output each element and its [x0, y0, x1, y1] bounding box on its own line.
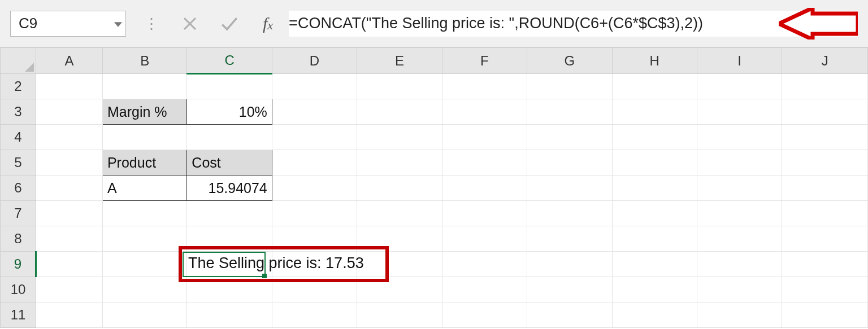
formula-input[interactable]: =CONCAT("The Selling price is: ",ROUND(C… [289, 11, 858, 37]
row-header-7[interactable]: 7 [1, 201, 36, 226]
enter-formula-icon[interactable] [220, 14, 239, 33]
cell-H8[interactable] [612, 226, 697, 252]
cell-F8[interactable] [442, 226, 527, 252]
cell-I10[interactable] [697, 277, 782, 302]
cell-E2[interactable] [357, 74, 442, 99]
cell-A6[interactable] [36, 176, 103, 201]
col-header-I[interactable]: I [697, 48, 782, 74]
cell-I2[interactable] [697, 74, 782, 99]
cell-I4[interactable] [697, 125, 782, 150]
cell-G11[interactable] [527, 302, 612, 328]
row-header-6[interactable]: 6 [1, 176, 36, 201]
cell-J10[interactable] [782, 277, 868, 302]
cell-F4[interactable] [442, 125, 527, 150]
cell-J11[interactable] [782, 302, 868, 328]
cell-B5[interactable]: Product [102, 150, 186, 176]
cell-G4[interactable] [527, 125, 612, 150]
row-header-5[interactable]: 5 [1, 150, 36, 176]
cell-C6[interactable]: 15.94074 [187, 176, 272, 201]
cell-E3[interactable] [357, 99, 442, 125]
cell-J2[interactable] [782, 74, 868, 99]
cell-H2[interactable] [612, 74, 697, 99]
cell-J4[interactable] [782, 125, 868, 150]
cell-D8[interactable] [272, 226, 357, 252]
cell-H11[interactable] [612, 302, 697, 328]
cell-F2[interactable] [442, 74, 527, 99]
cell-D11[interactable] [272, 302, 357, 328]
cell-A8[interactable] [36, 226, 103, 252]
cell-E8[interactable] [357, 226, 442, 252]
col-header-B[interactable]: B [102, 48, 186, 74]
cell-A2[interactable] [36, 74, 103, 99]
row-header-9[interactable]: 9 [1, 252, 36, 277]
col-header-J[interactable]: J [782, 48, 868, 74]
row-header-11[interactable]: 11 [1, 302, 36, 328]
cell-J6[interactable] [782, 176, 868, 201]
cell-A5[interactable] [36, 150, 103, 176]
cell-G6[interactable] [527, 176, 612, 201]
cell-F9[interactable] [442, 252, 527, 277]
cell-G7[interactable] [527, 201, 612, 226]
cell-J8[interactable] [782, 226, 868, 252]
cell-D2[interactable] [272, 74, 357, 99]
cell-A7[interactable] [36, 201, 103, 226]
cell-C11[interactable] [187, 302, 272, 328]
cell-D7[interactable] [272, 201, 357, 226]
fx-icon[interactable]: fx [263, 14, 273, 33]
cell-B4[interactable] [102, 125, 186, 150]
cell-H10[interactable] [612, 277, 697, 302]
cell-D4[interactable] [272, 125, 357, 150]
cell-E11[interactable] [357, 302, 442, 328]
cell-D5[interactable] [272, 150, 357, 176]
cell-G10[interactable] [527, 277, 612, 302]
cell-C8[interactable] [187, 226, 272, 252]
cell-I5[interactable] [697, 150, 782, 176]
col-header-H[interactable]: H [612, 48, 697, 74]
cell-B11[interactable] [102, 302, 186, 328]
name-box-dropdown-icon[interactable] [114, 15, 122, 32]
worksheet-grid[interactable]: A B C D E F G H I J 2 3 Margin % 10% 4 5 [0, 47, 868, 329]
cell-C7[interactable] [187, 201, 272, 226]
col-header-E[interactable]: E [357, 48, 442, 74]
cell-A9[interactable] [36, 252, 103, 277]
cell-D3[interactable] [272, 99, 357, 125]
formula-bar-drag-icon[interactable]: ⋮ [144, 21, 159, 27]
cell-G3[interactable] [527, 99, 612, 125]
cell-I11[interactable] [697, 302, 782, 328]
cell-F5[interactable] [442, 150, 527, 176]
cell-H7[interactable] [612, 201, 697, 226]
cell-I7[interactable] [697, 201, 782, 226]
cell-A11[interactable] [36, 302, 103, 328]
cell-F11[interactable] [442, 302, 527, 328]
cell-C2[interactable] [187, 74, 272, 99]
col-header-G[interactable]: G [527, 48, 612, 74]
cell-F6[interactable] [442, 176, 527, 201]
cell-F10[interactable] [442, 277, 527, 302]
cell-D6[interactable] [272, 176, 357, 201]
cell-E6[interactable] [357, 176, 442, 201]
cell-D10[interactable] [272, 277, 357, 302]
select-all-corner[interactable] [1, 48, 36, 74]
cell-J5[interactable] [782, 150, 868, 176]
cell-A3[interactable] [36, 99, 103, 125]
cell-A4[interactable] [36, 125, 103, 150]
cell-G8[interactable] [527, 226, 612, 252]
cell-B9[interactable] [102, 252, 186, 277]
cell-F3[interactable] [442, 99, 527, 125]
cell-C9[interactable] [187, 252, 272, 277]
col-header-D[interactable]: D [272, 48, 357, 74]
cell-I3[interactable] [697, 99, 782, 125]
cell-B6[interactable]: A [102, 176, 186, 201]
cell-C5[interactable]: Cost [187, 150, 272, 176]
cell-I8[interactable] [697, 226, 782, 252]
cell-G9[interactable] [527, 252, 612, 277]
cell-F7[interactable] [442, 201, 527, 226]
cell-C4[interactable] [187, 125, 272, 150]
cell-E5[interactable] [357, 150, 442, 176]
col-header-A[interactable]: A [36, 48, 103, 74]
cell-B2[interactable] [102, 74, 186, 99]
cell-A10[interactable] [36, 277, 103, 302]
col-header-C[interactable]: C [187, 48, 272, 74]
cell-H3[interactable] [612, 99, 697, 125]
row-header-4[interactable]: 4 [1, 125, 36, 150]
